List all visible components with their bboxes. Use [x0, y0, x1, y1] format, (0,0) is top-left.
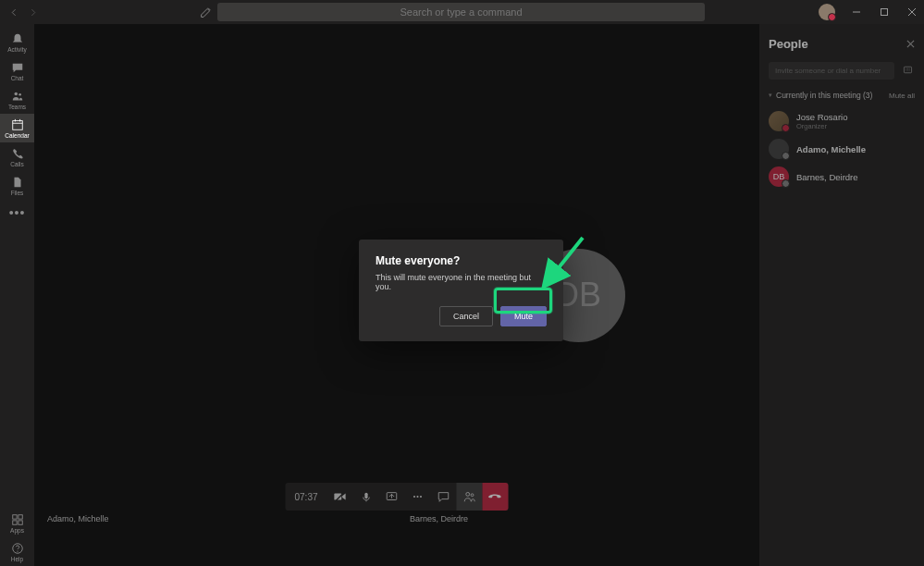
people-panel: People Currently in this meeting (3) Mut…: [759, 24, 924, 566]
people-panel-close-button[interactable]: [906, 39, 915, 50]
window-maximize-button[interactable]: [878, 6, 891, 18]
svg-point-25: [907, 68, 908, 68]
people-panel-title: People: [769, 37, 808, 51]
dialog-cancel-button[interactable]: Cancel: [439, 306, 493, 326]
person-item-2[interactable]: Adamo, Michelle: [769, 135, 915, 163]
person-item-3[interactable]: DB Barnes, Deirdre: [769, 163, 915, 191]
rail-apps-label: Apps: [10, 527, 24, 534]
dialog-mute-button[interactable]: Mute: [500, 306, 547, 326]
meeting-section-label[interactable]: Currently in this meeting (3): [769, 91, 872, 100]
rail-files[interactable]: Files: [0, 171, 34, 200]
mute-everyone-dialog: Mute everyone? This will mute everyone i…: [359, 240, 563, 341]
rail-help-label: Help: [11, 556, 23, 562]
svg-point-3: [18, 92, 21, 95]
new-message-icon[interactable]: [200, 6, 213, 18]
nav-back-button[interactable]: [7, 6, 20, 18]
person-name-1: Jose Rosario: [796, 112, 847, 122]
mute-all-button[interactable]: Mute all: [889, 92, 915, 100]
svg-rect-9: [18, 514, 21, 518]
person-avatar-3: DB: [769, 166, 789, 187]
search-box[interactable]: [217, 3, 705, 21]
svg-rect-8: [12, 514, 16, 518]
rail-teams[interactable]: Teams: [0, 85, 34, 114]
dialog-title: Mute everyone?: [376, 254, 547, 267]
svg-point-28: [907, 69, 908, 70]
person-role-1: Organizer: [796, 122, 847, 130]
svg-point-26: [908, 68, 909, 68]
svg-point-24: [906, 68, 906, 68]
current-user-avatar[interactable]: [819, 4, 835, 20]
title-bar: [0, 0, 924, 24]
person-avatar-1: [769, 111, 789, 131]
window-close-button[interactable]: [906, 6, 918, 18]
rail-chat[interactable]: Chat: [0, 56, 34, 85]
rail-files-label: Files: [11, 190, 24, 196]
svg-point-13: [17, 550, 18, 551]
svg-rect-11: [18, 520, 21, 523]
rail-apps[interactable]: Apps: [0, 509, 34, 537]
rail-help[interactable]: Help: [0, 537, 34, 566]
person-avatar-2: [769, 139, 789, 159]
svg-rect-1: [881, 9, 888, 16]
nav-forward-button[interactable]: [26, 6, 39, 18]
window-minimize-button[interactable]: [850, 6, 863, 18]
dialpad-icon[interactable]: [900, 62, 915, 77]
rail-activity[interactable]: Activity: [0, 28, 34, 56]
rail-more-button[interactable]: •••: [0, 200, 34, 226]
svg-point-27: [906, 69, 906, 70]
rail-calendar-label: Calendar: [5, 132, 29, 139]
svg-rect-4: [12, 120, 22, 129]
left-rail: Activity Chat Teams Calendar Calls Files…: [0, 24, 34, 566]
dialog-text: This will mute everyone in the meeting b…: [376, 273, 547, 291]
rail-calendar[interactable]: Calendar: [0, 114, 34, 142]
svg-point-29: [908, 69, 909, 70]
svg-point-2: [14, 92, 18, 95]
search-input[interactable]: [228, 6, 694, 18]
person-name-3: Barnes, Deirdre: [796, 172, 858, 182]
rail-calls[interactable]: Calls: [0, 142, 34, 171]
person-name-2: Adamo, Michelle: [796, 144, 866, 154]
rail-teams-label: Teams: [8, 104, 26, 110]
invite-input[interactable]: [769, 62, 894, 80]
svg-rect-10: [12, 520, 16, 523]
rail-activity-label: Activity: [7, 46, 27, 53]
rail-chat-label: Chat: [11, 75, 24, 81]
rail-calls-label: Calls: [10, 161, 23, 167]
person-item-organizer[interactable]: Jose Rosario Organizer: [769, 107, 915, 135]
